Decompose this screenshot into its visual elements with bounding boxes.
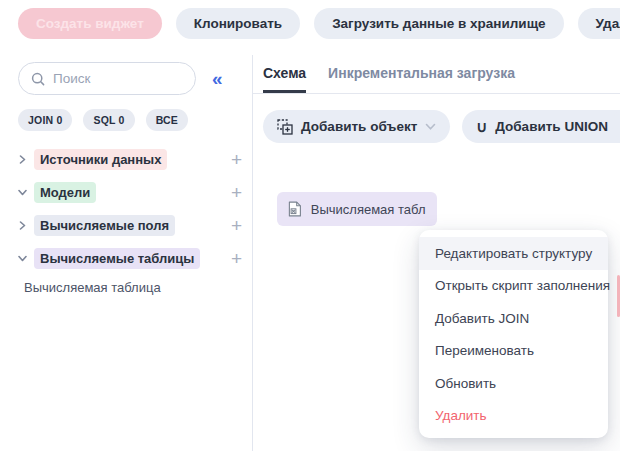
top-toolbar: Создать виджет Клонировать Загрузить дан… — [18, 8, 620, 39]
add-union-label: Добавить UNION — [495, 119, 608, 134]
create-widget-button[interactable]: Создать виджет — [18, 8, 162, 39]
tree-row-models[interactable]: Модели + — [14, 181, 242, 203]
chip-all[interactable]: ВСЕ — [146, 109, 188, 131]
tree-item-calc-table[interactable]: Вычисляемая таблица — [24, 280, 252, 295]
add-source-button[interactable]: + — [231, 150, 242, 169]
chip-join[interactable]: JOIN 0 — [18, 109, 72, 131]
menu-item-edit-structure[interactable]: Редактировать структуру — [419, 237, 608, 270]
tree-label-sources[interactable]: Источники данных — [34, 149, 167, 170]
upload-to-storage-button[interactable]: Загрузить данные в хранилище — [314, 8, 563, 39]
tree-label-calc-tables[interactable]: Вычисляемые таблицы — [34, 248, 200, 269]
tree-row-calc-tables[interactable]: Вычисляемые таблицы + — [14, 247, 242, 269]
tab-bar: Схема Инкрементальная загрузка — [253, 55, 620, 94]
add-calc-field-button[interactable]: + — [231, 216, 242, 235]
calc-table-node[interactable]: Вычисляемая табл... — [277, 192, 437, 226]
menu-item-rename[interactable]: Переименовать — [419, 335, 608, 368]
menu-item-open-fill-script[interactable]: Открыть скрипт заполнения — [419, 270, 608, 303]
chevron-right-icon[interactable] — [14, 221, 30, 230]
table-file-icon — [288, 200, 302, 218]
clone-button[interactable]: Клонировать — [176, 8, 300, 39]
union-icon: ∪ — [476, 118, 487, 136]
search-input[interactable] — [53, 71, 183, 86]
calc-table-node-label: Вычисляемая табл... — [311, 202, 426, 217]
canvas-actions: Добавить объект ∪ Добавить UNION — [263, 110, 620, 143]
add-calc-table-button[interactable]: + — [231, 249, 242, 268]
delete-button[interactable]: Удалить — [578, 8, 620, 39]
tree-row-sources[interactable]: Источники данных + — [14, 148, 242, 170]
add-model-button[interactable]: + — [231, 183, 242, 202]
add-object-label: Добавить объект — [301, 119, 417, 134]
chevron-down-icon[interactable] — [14, 188, 30, 197]
chip-sql[interactable]: SQL 0 — [83, 109, 134, 131]
chevron-down-icon — [425, 123, 436, 131]
chevron-right-icon[interactable] — [14, 155, 30, 164]
context-menu: Редактировать структуру Открыть скрипт з… — [419, 230, 608, 438]
tree-row-calc-fields[interactable]: Вычисляемые поля + — [14, 214, 242, 236]
menu-item-refresh[interactable]: Обновить — [419, 367, 608, 400]
menu-item-delete[interactable]: Удалить — [419, 400, 608, 433]
filter-chips: JOIN 0 SQL 0 ВСЕ — [18, 109, 252, 131]
main-panel: Схема Инкрементальная загрузка Добавить … — [253, 55, 620, 451]
collapse-sidebar-button[interactable]: « — [212, 69, 223, 88]
tab-incremental-load[interactable]: Инкрементальная загрузка — [328, 55, 515, 93]
menu-item-add-join[interactable]: Добавить JOIN — [419, 302, 608, 335]
add-union-button[interactable]: ∪ Добавить UNION — [462, 110, 620, 143]
search-icon — [31, 72, 45, 86]
object-tree: Источники данных + Модели + Вычисляемые … — [0, 148, 252, 295]
tab-schema[interactable]: Схема — [263, 55, 306, 93]
search-box[interactable] — [18, 62, 196, 95]
add-object-icon — [277, 119, 293, 135]
sidebar: « JOIN 0 SQL 0 ВСЕ Источники данных + Мо… — [0, 55, 252, 295]
add-object-button[interactable]: Добавить объект — [263, 110, 450, 143]
tree-label-models[interactable]: Модели — [34, 182, 96, 203]
tree-label-calc-fields[interactable]: Вычисляемые поля — [34, 215, 175, 236]
dataset-editor: Создать виджет Клонировать Загрузить дан… — [0, 0, 620, 451]
chevron-down-icon[interactable] — [14, 254, 30, 263]
